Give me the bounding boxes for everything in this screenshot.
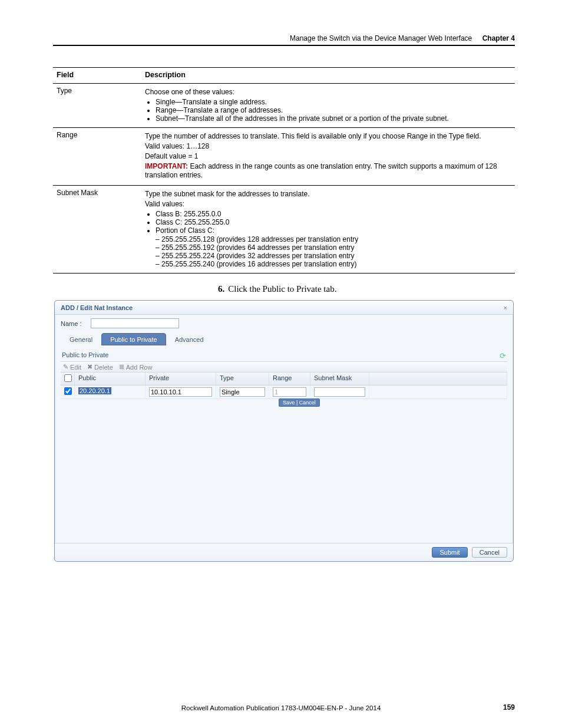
step-number: 6. <box>218 284 224 294</box>
table-row: Type Choose one of these values: Single—… <box>53 84 515 128</box>
tab-advanced[interactable]: Advanced <box>166 333 213 345</box>
col-type: Type <box>216 373 269 385</box>
cell-field: Range <box>53 128 141 186</box>
name-row: Name : <box>61 318 507 333</box>
edit-button[interactable]: ✎ Edit <box>63 363 81 371</box>
col-range: Range <box>269 373 310 385</box>
chapter-label: Chapter 4 <box>482 34 515 42</box>
name-label: Name : <box>61 320 89 327</box>
select-all-checkbox[interactable] <box>64 374 72 382</box>
cell-description: Type the subnet mask for the addresses t… <box>141 186 515 274</box>
footer-publication: Rockwell Automation Publication 1783-UM0… <box>0 704 562 711</box>
grid-empty-area <box>61 407 507 543</box>
dialog-title: ADD / Edit Nat Instance <box>61 304 133 311</box>
name-input[interactable] <box>91 318 179 328</box>
nat-instance-dialog: ADD / Edit Nat Instance × Name : General… <box>54 300 514 562</box>
cell-description: Type the number of addresses to translat… <box>141 128 515 186</box>
range-input[interactable] <box>273 387 306 397</box>
submit-button[interactable]: Submit <box>432 547 467 558</box>
header-title: Manage the Switch via the Device Manager… <box>290 34 472 42</box>
important-label: IMPORTANT: <box>145 162 188 170</box>
refresh-icon[interactable]: ⟳ <box>500 351 506 360</box>
grid-header: Public Private Type Range Subnet Mask <box>61 373 507 386</box>
field-description-table: Field Description Type Choose one of the… <box>53 67 515 274</box>
subnet-input[interactable] <box>314 387 365 397</box>
instruction-step: 6.Click the Public to Private tab. <box>218 284 515 294</box>
step-text: Click the Public to Private tab. <box>228 284 336 294</box>
cell-field: Type <box>53 84 141 128</box>
public-input[interactable]: 20.20.20.1 <box>78 387 111 394</box>
table-row: Subnet Mask Type the subnet mask for the… <box>53 186 515 274</box>
dialog-titlebar: ADD / Edit Nat Instance × <box>55 301 513 315</box>
col-public: Public <box>75 373 146 385</box>
page-number: 159 <box>503 703 515 711</box>
tab-bar: General Public to Private Advanced <box>61 333 507 345</box>
table-row: Range Type the number of addresses to tr… <box>53 128 515 186</box>
dialog-footer: Submit Cancel <box>55 543 513 561</box>
th-field: Field <box>53 68 141 84</box>
cell-description: Choose one of these values: Single—Trans… <box>141 84 515 128</box>
tab-general[interactable]: General <box>61 333 101 345</box>
private-input[interactable] <box>149 387 212 397</box>
cell-field: Subnet Mask <box>53 186 141 274</box>
delete-button[interactable]: ✖ Delete <box>87 363 113 371</box>
col-private: Private <box>146 373 216 385</box>
row-checkbox[interactable] <box>64 387 72 395</box>
add-row-button[interactable]: ≣ Add Row <box>119 363 153 371</box>
page-header: Manage the Switch via the Device Manager… <box>53 34 515 46</box>
grid-toolbar: ✎ Edit ✖ Delete ≣ Add Row <box>61 361 507 373</box>
col-subnet: Subnet Mask <box>310 373 369 385</box>
cancel-button[interactable]: Cancel <box>472 547 507 558</box>
th-description: Description <box>141 68 515 84</box>
inline-save-cancel[interactable]: Save | Cancel <box>279 398 320 407</box>
grid-row: 20.20.20.1 <box>61 386 507 399</box>
section-label: Public to Private ⟳ <box>61 348 507 361</box>
close-icon[interactable]: × <box>504 304 507 311</box>
type-input[interactable] <box>220 387 265 397</box>
tab-public-to-private[interactable]: Public to Private <box>101 333 166 345</box>
